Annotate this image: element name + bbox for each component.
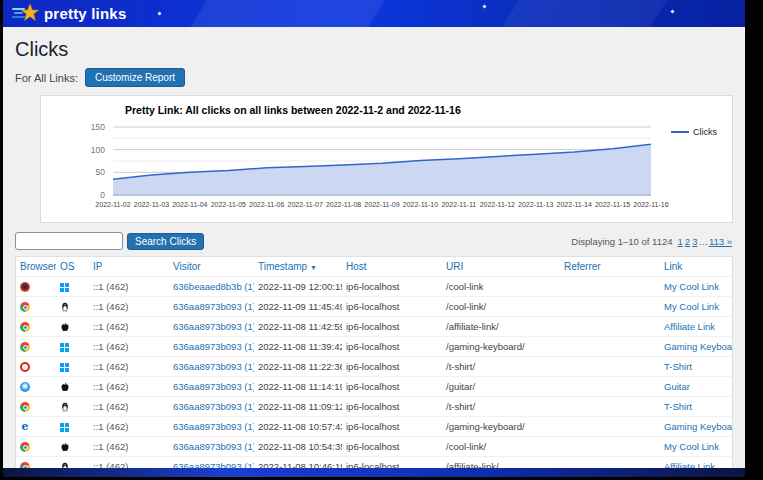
os-cell bbox=[56, 317, 89, 337]
svg-text:2022-11-10: 2022-11-10 bbox=[403, 201, 438, 208]
filter-label: For All Links: bbox=[15, 72, 78, 84]
visitor-link[interactable]: 636aa8973b093 (1) bbox=[173, 441, 254, 452]
column-header-timestamp[interactable]: Timestamp bbox=[258, 261, 307, 272]
link-cell: My Cool Link bbox=[660, 437, 732, 457]
visitor-cell: 636aa8973b093 (1) bbox=[169, 437, 254, 457]
pretty-link[interactable]: T-Shirt bbox=[664, 401, 692, 412]
ip-cell: ::1 (462) bbox=[89, 397, 169, 417]
referrer-cell bbox=[560, 337, 660, 357]
host-cell: ip6-localhost bbox=[342, 437, 442, 457]
customize-report-button[interactable]: Customize Report bbox=[85, 68, 185, 87]
visitor-link[interactable]: 636aa8973b093 (1) bbox=[173, 301, 254, 312]
page-link-last[interactable]: 113 » bbox=[709, 236, 732, 247]
table-header-row: BrowserOSIPVisitorTimestamp ▼HostURIRefe… bbox=[16, 257, 732, 277]
chart-panel: Pretty Link: All clicks on all links bet… bbox=[40, 95, 733, 223]
referrer-cell bbox=[560, 297, 660, 317]
app-window: pretty links Clicks For All Links: Custo… bbox=[3, 0, 745, 477]
visitor-link[interactable]: 636aa8973b093 (1) bbox=[173, 381, 254, 392]
search-clicks-button[interactable]: Search Clicks bbox=[127, 233, 204, 250]
table-row: ::1 (462)636beaaed8b3b (1)2022-11-09 12:… bbox=[16, 277, 732, 297]
column-header-visitor[interactable]: Visitor bbox=[173, 261, 201, 272]
svg-text:2022-11-08: 2022-11-08 bbox=[326, 201, 361, 208]
svg-text:0: 0 bbox=[100, 190, 105, 200]
pretty-link[interactable]: My Cool Link bbox=[664, 301, 719, 312]
ip-cell: ::1 (462) bbox=[89, 317, 169, 337]
pretty-link[interactable]: Affiliate Link bbox=[664, 321, 715, 332]
svg-text:2022-11-04: 2022-11-04 bbox=[172, 201, 207, 208]
host-cell: ip6-localhost bbox=[342, 317, 442, 337]
pretty-link[interactable]: T-Shirt bbox=[664, 361, 692, 372]
uri-cell: /cool-link bbox=[442, 277, 560, 297]
pagination-top: Displaying 1–10 of 1124 123…113 » bbox=[571, 236, 733, 247]
column-header-host[interactable]: Host bbox=[346, 261, 367, 272]
safari-icon bbox=[20, 382, 30, 392]
table-row: ::1 (462)636aa8973b093 (1)2022-11-08 10:… bbox=[16, 437, 732, 457]
uri-cell: /gaming-keyboard/ bbox=[442, 337, 560, 357]
svg-text:2022-11-12: 2022-11-12 bbox=[480, 201, 515, 208]
page-link-2[interactable]: 2 bbox=[685, 236, 690, 247]
ip-cell: ::1 (462) bbox=[89, 337, 169, 357]
clicks-table: BrowserOSIPVisitorTimestamp ▼HostURIRefe… bbox=[15, 256, 733, 477]
timestamp-cell: 2022-11-08 10:57:43 bbox=[254, 417, 342, 437]
visitor-link[interactable]: 636aa8973b093 (1) bbox=[173, 361, 254, 372]
visitor-link[interactable]: 636aa8973b093 (1) bbox=[173, 421, 254, 432]
svg-text:2022-11-11: 2022-11-11 bbox=[441, 201, 476, 208]
timestamp-cell: 2022-11-08 11:09:12 bbox=[254, 397, 342, 417]
column-header-referrer[interactable]: Referrer bbox=[564, 261, 601, 272]
visitor-link[interactable]: 636beaaed8b3b (1) bbox=[173, 281, 254, 292]
page-link-1[interactable]: 1 bbox=[678, 236, 683, 247]
column-header-os[interactable]: OS bbox=[60, 261, 74, 272]
pretty-link[interactable]: My Cool Link bbox=[664, 281, 719, 292]
table-row: ::1 (462)636aa8973b093 (1)2022-11-08 11:… bbox=[16, 397, 732, 417]
screen: { "header": { "logo_text": "pretty links… bbox=[0, 0, 763, 480]
ip-cell: ::1 (462) bbox=[89, 297, 169, 317]
os-cell bbox=[56, 397, 89, 417]
browser-cell bbox=[16, 357, 56, 377]
column-header-uri[interactable]: URI bbox=[446, 261, 463, 272]
host-cell: ip6-localhost bbox=[342, 277, 442, 297]
pretty-link[interactable]: My Cool Link bbox=[664, 441, 719, 452]
column-header-browser[interactable]: Browser bbox=[20, 261, 56, 272]
table-body: ::1 (462)636beaaed8b3b (1)2022-11-09 12:… bbox=[16, 277, 732, 478]
pretty-link[interactable]: Gaming Keyboard bbox=[664, 421, 732, 432]
sparkle-icon bbox=[157, 11, 161, 15]
column-header-link[interactable]: Link bbox=[664, 261, 682, 272]
browser-cell: e bbox=[16, 417, 56, 437]
sparkle-icon bbox=[670, 9, 674, 13]
pretty-link[interactable]: Gaming Keyboard bbox=[664, 341, 732, 352]
referrer-cell bbox=[560, 397, 660, 417]
link-cell: Affiliate Link bbox=[660, 317, 732, 337]
os-cell bbox=[56, 357, 89, 377]
logo-text: pretty links bbox=[44, 5, 126, 22]
visitor-link[interactable]: 636aa8973b093 (1) bbox=[173, 341, 254, 352]
link-cell: My Cool Link bbox=[660, 277, 732, 297]
visitor-cell: 636aa8973b093 (1) bbox=[169, 377, 254, 397]
windows-icon bbox=[60, 363, 69, 372]
windows-icon bbox=[60, 283, 69, 292]
clicks-chart: Pretty Link: All clicks on all links bet… bbox=[41, 102, 732, 218]
linux-icon bbox=[60, 402, 70, 412]
opera-icon bbox=[20, 362, 30, 372]
visitor-cell: 636aa8973b093 (1) bbox=[169, 317, 254, 337]
chrome-icon bbox=[20, 442, 30, 452]
svg-text:Pretty Link: All clicks on all: Pretty Link: All clicks on all links bet… bbox=[125, 104, 461, 116]
page-link-3[interactable]: 3 bbox=[692, 236, 697, 247]
table-row: ::1 (462)636aa8973b093 (1)2022-11-09 11:… bbox=[16, 297, 732, 317]
chrome-icon bbox=[20, 402, 30, 412]
svg-text:2022-11-02: 2022-11-02 bbox=[95, 201, 130, 208]
uri-cell: /cool-link/ bbox=[442, 437, 560, 457]
link-cell: T-Shirt bbox=[660, 357, 732, 377]
host-cell: ip6-localhost bbox=[342, 357, 442, 377]
visitor-link[interactable]: 636aa8973b093 (1) bbox=[173, 321, 254, 332]
link-cell: T-Shirt bbox=[660, 397, 732, 417]
timestamp-cell: 2022-11-09 11:45:49 bbox=[254, 297, 342, 317]
search-input[interactable] bbox=[15, 232, 123, 250]
visitor-cell: 636beaaed8b3b (1) bbox=[169, 277, 254, 297]
table-row: ::1 (462)636aa8973b093 (1)2022-11-08 11:… bbox=[16, 317, 732, 337]
table-row: ::1 (462)636aa8973b093 (1)2022-11-08 11:… bbox=[16, 357, 732, 377]
column-header-ip[interactable]: IP bbox=[93, 261, 102, 272]
pretty-link[interactable]: Guitar bbox=[664, 381, 690, 392]
timestamp-cell: 2022-11-08 11:42:59 bbox=[254, 317, 342, 337]
timestamp-cell: 2022-11-08 11:39:42 bbox=[254, 337, 342, 357]
visitor-link[interactable]: 636aa8973b093 (1) bbox=[173, 401, 254, 412]
